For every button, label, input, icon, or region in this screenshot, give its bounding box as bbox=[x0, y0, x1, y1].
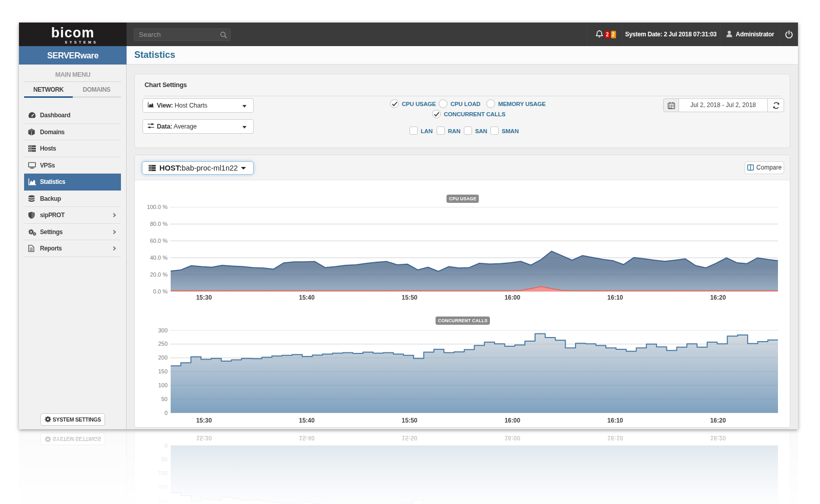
svg-text:40.0 %: 40.0 % bbox=[150, 255, 168, 261]
svg-text:150: 150 bbox=[158, 368, 168, 374]
svg-text:15:50: 15:50 bbox=[402, 294, 418, 301]
svg-text:15:30: 15:30 bbox=[196, 417, 212, 424]
svg-text:250: 250 bbox=[158, 341, 168, 347]
svg-text:16:10: 16:10 bbox=[607, 294, 623, 301]
svg-text:100: 100 bbox=[158, 382, 168, 388]
svg-text:200: 200 bbox=[158, 354, 168, 361]
svg-text:80.0 %: 80.0 % bbox=[150, 221, 168, 227]
svg-text:15:40: 15:40 bbox=[299, 294, 315, 301]
svg-text:16:00: 16:00 bbox=[504, 294, 520, 301]
svg-text:300: 300 bbox=[158, 327, 168, 333]
svg-text:0.0 %: 0.0 % bbox=[153, 288, 168, 295]
svg-text:15:40: 15:40 bbox=[299, 417, 315, 424]
svg-text:0: 0 bbox=[165, 410, 168, 416]
svg-text:15:30: 15:30 bbox=[196, 294, 212, 301]
svg-text:16:20: 16:20 bbox=[710, 417, 726, 424]
svg-text:50: 50 bbox=[161, 396, 168, 402]
svg-text:100.0 %: 100.0 % bbox=[147, 204, 168, 210]
svg-text:16:20: 16:20 bbox=[710, 294, 726, 301]
svg-text:20.0 %: 20.0 % bbox=[150, 271, 168, 278]
svg-text:16:10: 16:10 bbox=[607, 417, 623, 424]
svg-text:60.0 %: 60.0 % bbox=[150, 238, 168, 244]
svg-text:16:00: 16:00 bbox=[504, 417, 520, 424]
svg-text:15:50: 15:50 bbox=[402, 417, 418, 424]
